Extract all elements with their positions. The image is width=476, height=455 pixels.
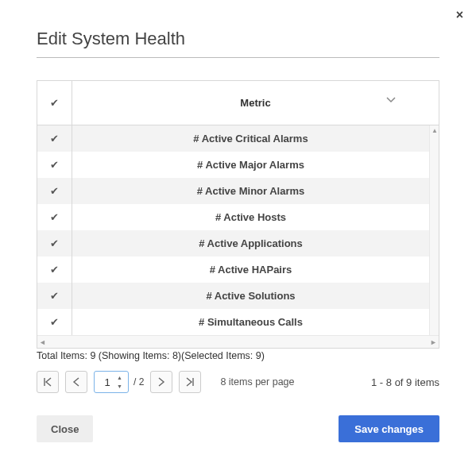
table-row[interactable]: ✔ # Active Major Alarms xyxy=(37,152,439,178)
metric-cell: # Active Applications xyxy=(72,230,439,256)
items-range: 1 - 8 of 9 items xyxy=(371,376,439,388)
close-button[interactable]: Close xyxy=(37,415,93,442)
metric-cell: # Active Major Alarms xyxy=(72,152,439,178)
row-checkbox[interactable]: ✔ xyxy=(37,204,72,230)
spinner-up-icon[interactable]: ▲ xyxy=(117,375,125,380)
metric-cell: # Active Hosts xyxy=(72,204,439,230)
row-checkbox[interactable]: ✔ xyxy=(37,178,72,204)
next-page-button[interactable] xyxy=(150,371,172,393)
check-icon: ✔ xyxy=(50,185,59,197)
metric-cell: # Active Solutions xyxy=(72,283,439,309)
pagination: 1 ▲ ▼ / 2 8 items per page 1 - 8 of 9 it… xyxy=(37,371,439,393)
metric-cell: # Active Minor Alarms xyxy=(72,178,439,204)
check-icon: ✔ xyxy=(50,237,59,249)
row-checkbox[interactable]: ✔ xyxy=(37,152,72,178)
items-status: Total Items: 9 (Showing Items: 8)(Select… xyxy=(37,350,439,361)
row-checkbox[interactable]: ✔ xyxy=(37,125,72,152)
table-row[interactable]: ✔ # Active Applications xyxy=(37,230,439,256)
table-body: ✔ # Active Critical Alarms ✔ # Active Ma… xyxy=(37,125,439,335)
metric-cell: # Simultaneous Calls xyxy=(72,309,439,335)
check-icon: ✔ xyxy=(50,264,59,276)
table-row[interactable]: ✔ # Active HAPairs xyxy=(37,256,439,283)
scroll-up-icon[interactable]: ▲ xyxy=(431,127,438,134)
column-header-metric[interactable]: Metric xyxy=(72,81,439,125)
title-divider xyxy=(37,57,439,58)
check-icon: ✔ xyxy=(50,290,59,302)
row-checkbox[interactable]: ✔ xyxy=(37,283,72,309)
metric-cell: # Active Critical Alarms xyxy=(72,125,439,152)
check-icon: ✔ xyxy=(50,316,59,328)
vertical-scrollbar[interactable]: ▲ xyxy=(429,125,439,335)
check-icon: ✔ xyxy=(50,97,59,109)
first-page-button[interactable] xyxy=(37,371,59,393)
save-changes-button[interactable]: Save changes xyxy=(339,415,439,442)
table-header-row: ✔ Metric xyxy=(37,81,439,125)
items-per-page: 8 items per page xyxy=(220,376,294,388)
table-row[interactable]: ✔ # Active Hosts xyxy=(37,204,439,230)
spinner-down-icon[interactable]: ▼ xyxy=(117,384,125,389)
table-row[interactable]: ✔ # Active Critical Alarms xyxy=(37,125,439,152)
horizontal-scrollbar[interactable]: ◄ ► xyxy=(37,335,439,348)
dialog-footer: Close Save changes xyxy=(37,415,439,442)
check-icon: ✔ xyxy=(50,159,59,171)
chevron-down-icon[interactable] xyxy=(386,92,396,106)
row-checkbox[interactable]: ✔ xyxy=(37,256,72,283)
row-checkbox[interactable]: ✔ xyxy=(37,230,72,256)
select-all-checkbox[interactable]: ✔ xyxy=(37,81,72,125)
scroll-left-icon[interactable]: ◄ xyxy=(39,338,46,346)
prev-page-button[interactable] xyxy=(65,371,87,393)
scroll-right-icon[interactable]: ► xyxy=(430,338,437,346)
check-icon: ✔ xyxy=(50,211,59,223)
page-spinner: ▲ ▼ xyxy=(117,375,125,389)
table-row[interactable]: ✔ # Active Solutions xyxy=(37,283,439,309)
metrics-table: ✔ Metric ✔ # Active Critical Alarms ✔ # … xyxy=(37,80,439,349)
row-checkbox[interactable]: ✔ xyxy=(37,309,72,335)
check-icon: ✔ xyxy=(50,133,59,145)
page-total: / 2 xyxy=(134,376,144,388)
dialog-title: Edit System Health xyxy=(37,29,439,49)
metric-cell: # Active HAPairs xyxy=(72,256,439,283)
table-row[interactable]: ✔ # Active Minor Alarms xyxy=(37,178,439,204)
page-number-value: 1 xyxy=(104,376,110,388)
table-row[interactable]: ✔ # Simultaneous Calls xyxy=(37,309,439,335)
close-icon[interactable]: × xyxy=(456,8,463,22)
last-page-button[interactable] xyxy=(179,371,201,393)
page-number-input[interactable]: 1 ▲ ▼ xyxy=(94,371,129,393)
column-header-label: Metric xyxy=(240,97,270,109)
